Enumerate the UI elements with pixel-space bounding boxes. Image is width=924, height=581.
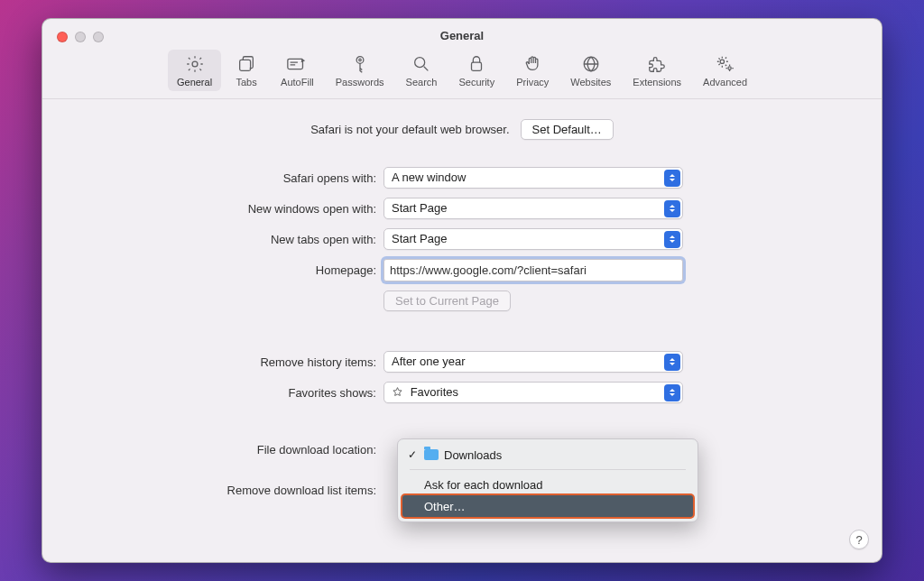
hand-icon bbox=[523, 53, 541, 75]
svg-point-4 bbox=[358, 59, 360, 60]
tab-label: Websites bbox=[570, 77, 611, 88]
window-controls bbox=[57, 32, 104, 42]
tab-security[interactable]: Security bbox=[449, 50, 504, 91]
menu-item-other[interactable]: Other… bbox=[402, 495, 693, 517]
stepper-arrows-icon bbox=[664, 231, 680, 248]
svg-rect-6 bbox=[472, 62, 482, 70]
menu-item-downloads[interactable]: ✓ Downloads bbox=[402, 444, 693, 466]
tab-label: Extensions bbox=[633, 77, 681, 88]
help-icon: ? bbox=[855, 533, 862, 547]
tab-extensions[interactable]: Extensions bbox=[624, 50, 690, 91]
tabs-icon bbox=[236, 53, 256, 75]
label-homepage: Homepage: bbox=[69, 263, 376, 277]
default-browser-row: Safari is not your default web browser. … bbox=[69, 119, 855, 140]
set-default-button[interactable]: Set Default… bbox=[521, 119, 614, 140]
label-opens-with: Safari opens with: bbox=[69, 171, 376, 185]
svg-rect-2 bbox=[288, 59, 303, 69]
autofill-icon bbox=[286, 53, 308, 75]
tab-websites[interactable]: Websites bbox=[561, 50, 620, 91]
tab-label: Privacy bbox=[516, 77, 549, 88]
select-value: After one year bbox=[392, 355, 466, 368]
globe-icon bbox=[581, 53, 601, 75]
select-value: Start Page bbox=[392, 232, 447, 245]
label-remove-history: Remove history items: bbox=[69, 355, 376, 369]
download-location-menu[interactable]: ✓ Downloads Ask for each download Other… bbox=[397, 438, 698, 522]
preferences-window: General General Tabs AutoFill Passwords bbox=[42, 18, 882, 563]
select-value: Favorites bbox=[411, 385, 458, 399]
zoom-window-button[interactable] bbox=[93, 32, 104, 42]
checkmark-icon: ✓ bbox=[408, 448, 417, 461]
lock-icon bbox=[467, 53, 485, 75]
svg-point-5 bbox=[415, 58, 425, 68]
svg-point-9 bbox=[728, 67, 731, 69]
select-new-tabs[interactable]: Start Page bbox=[383, 228, 683, 250]
help-button[interactable]: ? bbox=[849, 530, 869, 549]
close-window-button[interactable] bbox=[57, 32, 68, 42]
preferences-toolbar: General Tabs AutoFill Passwords Search bbox=[42, 44, 882, 98]
search-icon bbox=[411, 53, 431, 75]
tab-privacy[interactable]: Privacy bbox=[507, 50, 558, 91]
folder-icon bbox=[424, 449, 439, 460]
svg-point-8 bbox=[720, 60, 724, 63]
tab-label: Search bbox=[406, 77, 438, 88]
tab-label: Advanced bbox=[703, 77, 747, 88]
label-download-location: File download location: bbox=[69, 443, 376, 456]
titlebar: General bbox=[42, 19, 882, 44]
tab-autofill[interactable]: AutoFill bbox=[272, 50, 323, 91]
stepper-arrows-icon bbox=[664, 200, 680, 217]
label-remove-downloads: Remove download list items: bbox=[69, 484, 376, 497]
menu-item-label: Ask for each download bbox=[424, 478, 543, 492]
select-remove-history[interactable]: After one year bbox=[383, 351, 683, 373]
select-favorites[interactable]: Favorites bbox=[383, 382, 683, 403]
minimize-window-button[interactable] bbox=[75, 32, 86, 42]
tab-label: Tabs bbox=[236, 77, 256, 88]
svg-point-0 bbox=[192, 61, 198, 67]
tab-label: Security bbox=[458, 77, 494, 88]
label-new-windows: New windows open with: bbox=[69, 202, 376, 216]
default-browser-message: Safari is not your default web browser. bbox=[310, 123, 509, 136]
tab-tabs[interactable]: Tabs bbox=[225, 50, 268, 91]
select-value: Start Page bbox=[392, 201, 447, 215]
tab-label: General bbox=[177, 77, 212, 88]
tab-advanced[interactable]: Advanced bbox=[694, 50, 756, 91]
star-icon bbox=[392, 384, 403, 404]
svg-rect-1 bbox=[240, 60, 251, 70]
set-current-page-button[interactable]: Set to Current Page bbox=[383, 290, 511, 311]
select-new-windows[interactable]: Start Page bbox=[383, 198, 683, 219]
gears-icon bbox=[715, 53, 736, 75]
stepper-arrows-icon bbox=[664, 170, 680, 187]
tab-search[interactable]: Search bbox=[397, 50, 447, 91]
select-opens-with[interactable]: A new window bbox=[383, 167, 683, 189]
stepper-arrows-icon bbox=[664, 354, 680, 371]
stepper-arrows-icon bbox=[664, 384, 680, 401]
tab-label: Passwords bbox=[336, 77, 384, 88]
menu-item-ask[interactable]: Ask for each download bbox=[402, 474, 693, 495]
window-title: General bbox=[42, 19, 882, 42]
label-favorites: Favorites shows: bbox=[69, 386, 376, 400]
gear-icon bbox=[185, 53, 205, 75]
label-new-tabs: New tabs open with: bbox=[69, 233, 376, 246]
homepage-field[interactable] bbox=[383, 259, 683, 281]
general-pane: Safari is not your default web browser. … bbox=[42, 99, 882, 581]
menu-item-label: Downloads bbox=[444, 448, 502, 462]
select-value: A new window bbox=[392, 171, 466, 184]
tab-label: AutoFill bbox=[281, 77, 314, 88]
menu-item-label: Other… bbox=[424, 500, 466, 513]
tab-general[interactable]: General bbox=[168, 50, 221, 91]
svg-point-3 bbox=[356, 57, 364, 64]
puzzle-icon bbox=[647, 53, 667, 75]
tab-passwords[interactable]: Passwords bbox=[327, 50, 393, 91]
menu-separator bbox=[410, 469, 686, 470]
key-icon bbox=[351, 53, 369, 75]
